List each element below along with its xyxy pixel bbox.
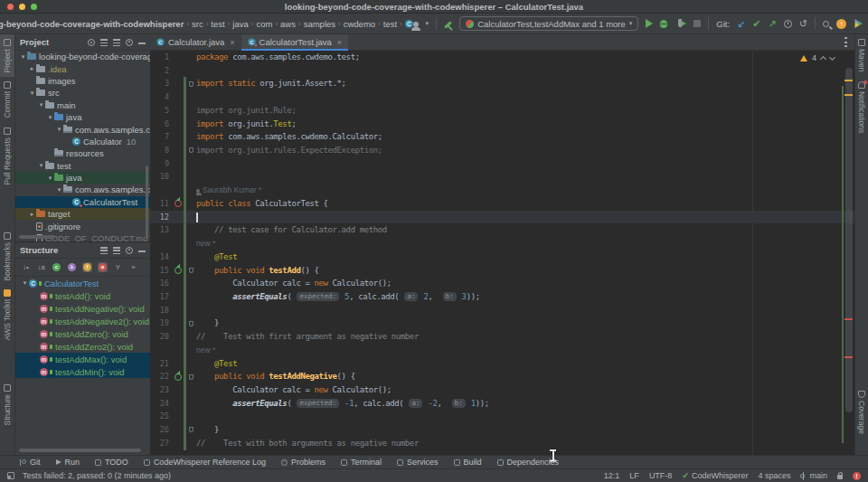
code-line[interactable]: 26 }: [150, 423, 854, 437]
fold-marker-icon[interactable]: [186, 423, 196, 437]
previous-problem-icon[interactable]: [820, 56, 826, 62]
breadcrumb-item[interactable]: test: [209, 19, 226, 29]
stripe-button-bookmarks[interactable]: Bookmarks: [3, 228, 12, 286]
tree-arrow-icon[interactable]: ▾: [37, 101, 45, 109]
show-anonymous-icon[interactable]: a: [98, 262, 108, 272]
codewhisperer-widget[interactable]: ✔ CodeWhisperer: [682, 471, 748, 480]
users-dropdown-icon[interactable]: ▾: [426, 20, 429, 27]
code-line[interactable]: 19 }: [150, 317, 854, 330]
tree-arrow-icon[interactable]: ▾: [55, 126, 63, 133]
tree-arrow-icon[interactable]: ▾: [21, 279, 29, 287]
inlay-row[interactable]: new *: [150, 237, 854, 250]
breadcrumb-item[interactable]: java: [231, 19, 250, 29]
run-with-coverage-button[interactable]: [680, 20, 686, 27]
git-branch-widget[interactable]: main: [800, 471, 827, 480]
code-line[interactable]: 5import org.junit.Rule;: [150, 104, 854, 118]
code-line[interactable]: 16 Calculator calc = new Calculator();: [150, 277, 854, 290]
tree-arrow-icon[interactable]: ▾: [46, 175, 54, 182]
breadcrumb-item[interactable]: g-beyond-code-coverage-with-codewhispere…: [0, 19, 185, 29]
tool-window-button-codewhisperer-reference-log[interactable]: CodeWhisperer Reference Log: [144, 458, 266, 467]
project-tree-item[interactable]: ▸target: [15, 208, 150, 220]
sort-alphabetically-icon[interactable]: ↓a: [36, 262, 46, 272]
code-line[interactable]: 20// Test with first argument as negativ…: [150, 330, 854, 344]
stripe-button-pull-requests[interactable]: Pull Requests: [3, 123, 12, 189]
tree-arrow-icon[interactable]: ▾: [55, 186, 63, 194]
project-tree-item[interactable]: resources: [15, 147, 150, 159]
code-line[interactable]: 8import org.junit.rules.ExpectedExceptio…: [150, 144, 854, 157]
project-tree-item[interactable]: .gitignore: [15, 220, 150, 232]
structure-item[interactable]: testAdd(): void: [15, 289, 150, 302]
structure-item[interactable]: testAddMax(): void: [15, 353, 150, 365]
code-line[interactable]: 15 public void testAdd() {: [150, 264, 854, 278]
stripe-button-structure[interactable]: Structure: [3, 380, 12, 430]
code-line[interactable]: 22 public void testAddNegative() {: [150, 370, 854, 383]
debug-button[interactable]: [660, 20, 667, 28]
code-line[interactable]: 3import static org.junit.Assert.*;: [150, 77, 854, 90]
next-problem-icon[interactable]: [829, 53, 835, 60]
code-line[interactable]: 10: [150, 170, 854, 184]
build-project-icon[interactable]: [444, 21, 452, 28]
hide-panel-icon[interactable]: [138, 43, 146, 44]
gear-icon[interactable]: [126, 247, 133, 254]
rerun-test-icon[interactable]: [175, 373, 182, 381]
project-tree-item[interactable]: ▾com.aws.samples.cwdemo: [15, 184, 150, 195]
gear-icon[interactable]: [126, 39, 133, 46]
rollback-icon[interactable]: ↺: [799, 19, 807, 29]
stripe-button-project[interactable]: Project: [0, 34, 14, 77]
code-line[interactable]: 24 assertEquals( expected: -1, calc.add(…: [150, 397, 854, 411]
code-line[interactable]: 14 @Test: [150, 250, 854, 264]
editor-tab[interactable]: Calculator.java×: [150, 34, 241, 51]
breadcrumb-item[interactable]: samples: [302, 19, 337, 29]
fatal-error-icon[interactable]: [853, 472, 861, 480]
project-tree-item[interactable]: ▾test: [15, 160, 150, 172]
code-line[interactable]: 13 // test case for Calculator.add metho…: [150, 223, 854, 237]
run-configuration-selector[interactable]: CalculatorTest,testAddMax and 1 more ▾: [459, 16, 638, 31]
update-available-icon[interactable]: [836, 19, 846, 29]
run-test-gutter-icon[interactable]: [172, 264, 184, 278]
code-line[interactable]: 18: [150, 304, 854, 317]
code-line[interactable]: 27// Test with both arguments as negativ…: [150, 437, 854, 450]
fold-marker-icon[interactable]: [186, 317, 196, 330]
expand-all-icon[interactable]: [100, 247, 108, 254]
tree-arrow-icon[interactable]: ▸: [28, 65, 36, 72]
tool-window-button-build[interactable]: Build: [454, 458, 482, 467]
filter-methods-icon[interactable]: Y: [113, 262, 123, 272]
close-tab-icon[interactable]: ×: [230, 38, 234, 47]
tool-window-toggle-icon[interactable]: [7, 472, 14, 479]
zoom-window-button[interactable]: [31, 4, 37, 10]
sort-by-visibility-icon[interactable]: ↓•: [21, 262, 31, 272]
project-tree-item[interactable]: ▾src: [15, 87, 150, 99]
tree-arrow-icon[interactable]: ▾: [28, 90, 36, 97]
history-icon[interactable]: [784, 20, 792, 28]
breadcrumb-item[interactable]: cwdemo: [342, 19, 377, 29]
fold-marker-icon[interactable]: [186, 144, 196, 157]
stripe-button-notifications[interactable]: Notifications: [857, 77, 866, 137]
show-classes-icon[interactable]: c: [52, 262, 61, 272]
git-push-icon[interactable]: ↗: [769, 19, 777, 29]
project-tree-item[interactable]: ▾looking-beyond-code-coverage-with-codew…: [15, 51, 150, 62]
collapse-all-icon[interactable]: [113, 247, 120, 254]
inspection-widget[interactable]: 4: [800, 53, 835, 62]
code-line[interactable]: 23 Calculator calc = new Calculator();: [150, 383, 854, 397]
search-everywhere-icon[interactable]: [823, 21, 829, 27]
code-line[interactable]: 25: [150, 410, 854, 423]
code-line[interactable]: 1package com.aws.samples.cwdemo.test;: [150, 51, 854, 64]
code-line[interactable]: 4: [150, 90, 854, 104]
fold-marker-icon[interactable]: [186, 264, 196, 278]
structure-item[interactable]: testAddMin(): void: [15, 365, 150, 378]
tree-arrow-icon[interactable]: ▾: [46, 114, 54, 121]
stripe-button-commit[interactable]: Commit: [3, 77, 12, 122]
tree-arrow-icon[interactable]: ▾: [37, 162, 45, 169]
structure-horizontal-scrollbar[interactable]: [19, 449, 141, 452]
project-tree-item[interactable]: ▾java: [15, 172, 150, 184]
tool-window-button-problems[interactable]: Problems: [281, 458, 326, 467]
project-tree-item[interactable]: ▸.idea: [15, 62, 150, 74]
breadcrumb-item[interactable]: aws: [278, 19, 297, 29]
tool-window-button-git[interactable]: Git: [20, 458, 41, 467]
git-update-icon[interactable]: ↙: [737, 19, 745, 29]
encoding-widget[interactable]: UTF-8: [649, 471, 673, 480]
code-line[interactable]: 6import org.junit.Test;: [150, 118, 854, 131]
fold-marker-icon[interactable]: [186, 77, 196, 90]
tab-options-icon[interactable]: [844, 37, 847, 47]
structure-item[interactable]: testAddNegative(): void: [15, 302, 150, 315]
